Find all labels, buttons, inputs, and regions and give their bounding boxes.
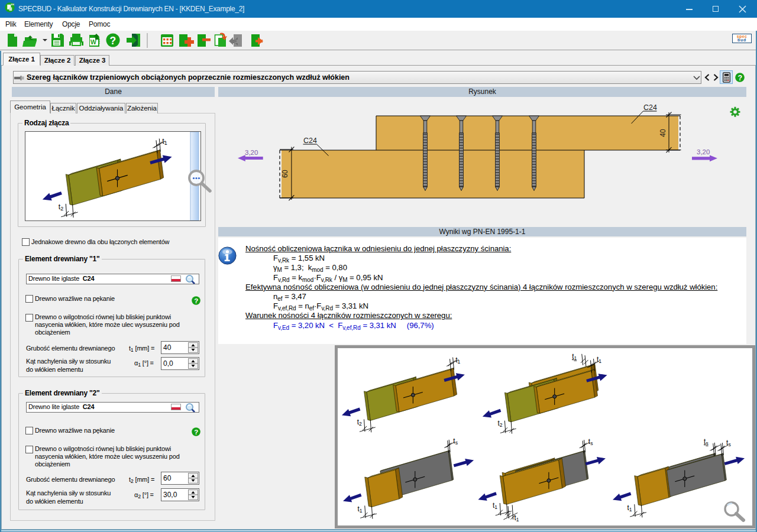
svg-text:?: ?	[194, 297, 198, 304]
svg-text:?: ?	[737, 74, 742, 82]
svg-text:C24: C24	[643, 103, 657, 112]
svg-text:40: 40	[659, 129, 667, 137]
svg-text:?: ?	[110, 35, 117, 47]
svg-text:C24: C24	[303, 137, 317, 145]
svg-text:60: 60	[281, 170, 289, 178]
svg-text:?: ?	[194, 429, 198, 436]
svg-text:EN: EN	[11, 4, 15, 6]
svg-text:3,20: 3,20	[697, 148, 710, 155]
svg-text:3,20: 3,20	[245, 149, 258, 156]
